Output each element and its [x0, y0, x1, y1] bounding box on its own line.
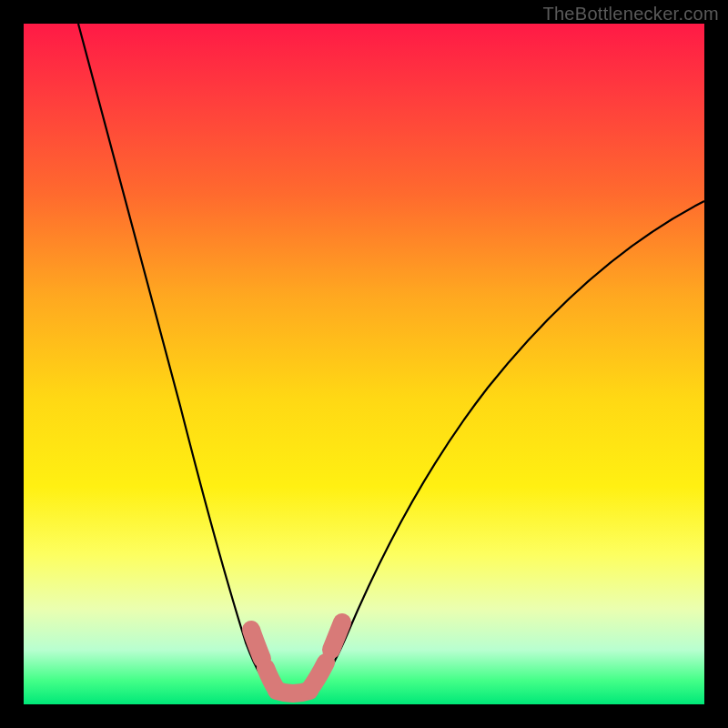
valley-bead-right-lower	[309, 662, 326, 690]
chart-curves	[24, 24, 704, 704]
watermark-text: TheBottlenecker.com	[542, 4, 719, 25]
valley-bead-left-upper	[251, 630, 262, 659]
left-curve	[78, 24, 277, 691]
chart-plot-area	[24, 24, 704, 704]
right-curve	[309, 201, 704, 691]
valley-bead-right-upper	[331, 622, 342, 650]
